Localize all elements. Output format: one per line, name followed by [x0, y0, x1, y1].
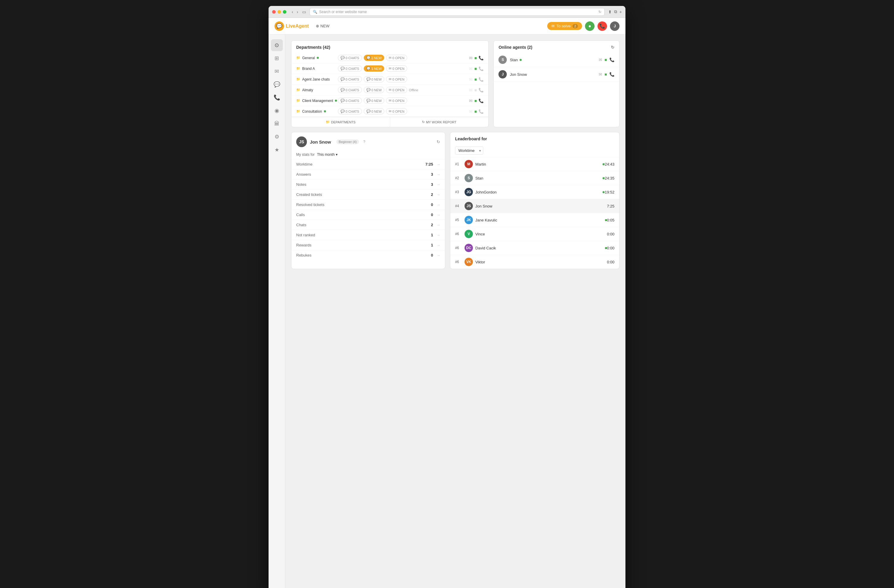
open-badge-icon: ✉	[389, 88, 391, 92]
lb-offline-spacer	[605, 205, 607, 207]
call-button[interactable]: 📞	[598, 21, 607, 31]
address-bar[interactable]: 🔍 Search or enter website name ↻	[310, 8, 604, 16]
leaderboard-row[interactable]: #6 DC David Cacik 0:00	[450, 241, 619, 255]
department-row[interactable]: 📁 Client Management 💬 0 CHATS 💬 0 NEW ✉ …	[291, 95, 488, 106]
leaderboard-row[interactable]: #4 JS Jon Snow 7:25	[450, 199, 619, 213]
agent-phone-icon[interactable]: 📞	[609, 72, 615, 77]
lb-time: 7:25	[607, 204, 615, 208]
tab-departments[interactable]: 📁 DEPARTMENTS	[291, 117, 390, 127]
sidebar: ⊙ ⊞ ✉ 💬 📞 ◉ 🏛 ⚙ ★	[269, 35, 285, 588]
status-icon[interactable]: ■	[474, 77, 477, 82]
email-icon[interactable]: ✉	[469, 56, 473, 60]
status-icon[interactable]: ■	[474, 66, 477, 71]
lb-filter: Worktime	[450, 144, 619, 157]
leaderboard-row[interactable]: #6 VK Viktor 0:00	[450, 255, 619, 269]
dept-actions: ✉ ■ 📞	[469, 77, 483, 82]
agent-email-icon[interactable]: ✉	[599, 72, 602, 77]
back-button[interactable]: ‹	[291, 9, 294, 15]
leaderboard-row[interactable]: #6 V Vince 0:00	[450, 227, 619, 241]
to-solve-button[interactable]: ✉ To solve 2	[547, 22, 582, 30]
leaderboard-row[interactable]: #3 JG JohnGordon 19:52	[450, 185, 619, 199]
maximize-button[interactable]	[283, 10, 286, 14]
stat-row[interactable]: Rewards 1 →	[291, 240, 445, 250]
stat-row[interactable]: Not ranked 1 →	[291, 230, 445, 240]
stats-rows: Worktime 7:25 → Answers 3 → Notes 3 → Cr…	[291, 159, 445, 260]
lb-time: 19:52	[605, 190, 615, 194]
stats-badge: Beginner (4)	[336, 139, 359, 144]
tab-my-work-report[interactable]: ↻ MY WORK REPORT	[390, 117, 489, 127]
badge-help-icon[interactable]: ?	[363, 140, 365, 144]
share-button[interactable]: ⬆	[608, 9, 612, 14]
department-row[interactable]: 📁 Agent Jane chats 💬 0 CHATS 💬 0 NEW ✉ 0…	[291, 74, 488, 85]
lb-name: Viktor	[475, 260, 605, 264]
minimize-button[interactable]	[278, 10, 281, 14]
new-badge-icon: 💬	[366, 66, 371, 71]
status-button[interactable]: ●	[585, 21, 595, 31]
sidebar-item-reports[interactable]: ◉	[271, 105, 283, 116]
leaderboard-row[interactable]: #1 M Martin 24:43	[450, 157, 619, 171]
stat-row[interactable]: Created tickets 2 →	[291, 189, 445, 199]
department-row[interactable]: 📁 Almaty 💬 0 CHATS 💬 0 NEW ✉ 0 OPEN Offl…	[291, 85, 488, 95]
online-agents-card: Online agents (2) ↻ S Stan ✉ ■ 📞 J Jon S…	[494, 41, 619, 127]
folder-icon: 📁	[296, 56, 301, 60]
sidebar-item-chat[interactable]: 💬	[271, 78, 283, 90]
leaderboard-row[interactable]: #5 JK Jane Kavulic 0:05	[450, 213, 619, 227]
phone-icon[interactable]: 📞	[479, 56, 483, 60]
lb-name: Stan	[475, 176, 601, 181]
department-row[interactable]: 📁 Brand A 💬 0 CHATS 💬 1 NEW ✉ 0 OPEN ✉ ■…	[291, 63, 488, 74]
agents-refresh-icon[interactable]: ↻	[611, 45, 615, 50]
stat-row[interactable]: Resolved tickets 0 →	[291, 199, 445, 210]
forward-button[interactable]: ›	[296, 9, 299, 15]
dept-chats-badge: 💬 0 CHATS	[338, 55, 362, 61]
lb-select[interactable]: Worktime	[455, 146, 483, 155]
sidebar-item-knowledge[interactable]: 🏛	[271, 118, 283, 130]
lb-name: JohnGordon	[475, 190, 601, 194]
lb-time: 0:05	[607, 218, 615, 222]
phone-icon[interactable]: 📞	[479, 98, 483, 103]
stat-value: 1	[431, 233, 433, 237]
agent-status-icon[interactable]: ■	[605, 72, 607, 77]
sidebar-item-dashboard[interactable]: ⊙	[271, 39, 283, 51]
agent-phone-icon[interactable]: 📞	[609, 57, 615, 62]
refresh-icon[interactable]: ↻	[598, 10, 601, 14]
agent-email-icon[interactable]: ✉	[599, 57, 602, 62]
filter-select[interactable]: This month ▾	[317, 152, 338, 157]
user-avatar[interactable]: J	[610, 21, 619, 31]
logo-icon: 💬	[275, 21, 284, 31]
sidebar-item-star[interactable]: ★	[271, 144, 283, 156]
email-icon[interactable]: ✉	[469, 98, 473, 103]
stat-row[interactable]: Rebukes 0 →	[291, 250, 445, 260]
stat-row[interactable]: Chats 2 →	[291, 220, 445, 230]
dept-online-dot	[335, 100, 337, 102]
status-icon[interactable]: ■	[474, 98, 477, 103]
sidebar-item-phone[interactable]: 📞	[271, 92, 283, 104]
title-bar: ‹ › ▭ 🔍 Search or enter website name ↻ ⬆…	[269, 6, 625, 18]
plus-icon: ⊕	[316, 24, 319, 28]
new-button[interactable]: ⊕ NEW	[316, 24, 329, 28]
dept-new-badge: 💬 0 NEW	[364, 87, 385, 93]
sidebar-item-email[interactable]: ✉	[271, 65, 283, 77]
stat-label: Worktime	[296, 162, 425, 166]
stat-value: 2	[431, 223, 433, 227]
lb-rank: #2	[455, 176, 462, 180]
stat-row[interactable]: Calls 0 →	[291, 210, 445, 220]
stat-row[interactable]: Worktime 7:25 →	[291, 159, 445, 169]
sidebar-item-grid[interactable]: ⊞	[271, 52, 283, 64]
arrow-right-icon: →	[436, 203, 440, 207]
status-icon[interactable]: ■	[474, 56, 477, 60]
close-button[interactable]	[272, 10, 276, 14]
new-tab-button[interactable]: ⧉	[614, 9, 617, 14]
stat-row[interactable]: Notes 3 →	[291, 179, 445, 189]
new-badge-icon: 💬	[366, 99, 371, 103]
agent-status-icon[interactable]: ■	[605, 57, 607, 62]
department-row[interactable]: 📁 General 💬 0 CHATS 💬 2 NEW ✉ 0 OPEN ✉ ■…	[291, 53, 488, 63]
status-icon[interactable]: ■	[474, 109, 477, 114]
leaderboard-row[interactable]: #2 S Stan 24:35	[450, 171, 619, 185]
add-tab-button[interactable]: +	[619, 9, 622, 14]
stat-row[interactable]: Answers 3 →	[291, 169, 445, 179]
stats-refresh-icon[interactable]: ↻	[436, 139, 440, 144]
dept-actions: ✉ ■ 📞	[469, 88, 483, 92]
lb-avatar: M	[465, 160, 473, 168]
department-row[interactable]: 📁 Consultation 💬 0 CHATS 💬 0 NEW ✉ 0 OPE…	[291, 106, 488, 117]
sidebar-item-settings[interactable]: ⚙	[271, 131, 283, 143]
